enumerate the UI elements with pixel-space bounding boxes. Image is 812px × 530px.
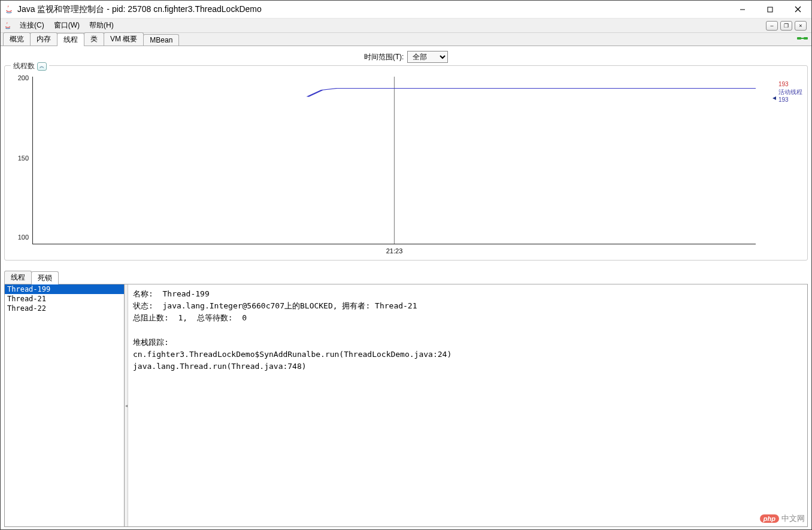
- collapse-chart-button[interactable]: ︽: [37, 62, 47, 71]
- svg-rect-6: [801, 38, 804, 39]
- y-tick-100: 100: [18, 234, 29, 241]
- tab-threads[interactable]: 线程: [57, 33, 84, 46]
- thread-item-2[interactable]: Thread-22: [5, 304, 124, 313]
- tab-memory[interactable]: 内存: [30, 32, 57, 46]
- legend-live-value: 193: [778, 96, 802, 104]
- titlebar: Java 监视和管理控制台 - pid: 25708 cn.fighter3.T…: [1, 1, 811, 19]
- subtab-deadlock[interactable]: 死锁: [31, 271, 59, 284]
- thread-item-1[interactable]: Thread-21: [5, 294, 124, 304]
- connection-status-icon: [797, 34, 808, 43]
- java-icon: [4, 5, 14, 14]
- x-tick-label: 21:23: [386, 247, 403, 255]
- thread-list[interactable]: Thread-199 Thread-21 Thread-22: [5, 284, 125, 526]
- svg-rect-5: [804, 37, 808, 40]
- main-tabs: 概览 内存 线程 类 VM 概要 MBean: [1, 33, 811, 46]
- legend-marker-icon: ◂: [772, 93, 776, 103]
- timerange-row: 时间范围(T): 全部: [4, 49, 808, 65]
- minimize-button[interactable]: [729, 1, 756, 19]
- tab-overview[interactable]: 概览: [3, 32, 31, 46]
- window-controls: [729, 1, 811, 19]
- watermark: php 中文网: [760, 513, 805, 524]
- menu-help[interactable]: 帮助(H): [84, 19, 119, 32]
- mdi-close-button[interactable]: ×: [795, 21, 807, 31]
- maximize-button[interactable]: [756, 1, 784, 19]
- tab-classes[interactable]: 类: [84, 32, 104, 46]
- chart-panel: 线程数 ︽ 200 150 100 21:23 193 活动线程 193 ◂: [4, 65, 808, 261]
- thread-item-0[interactable]: Thread-199: [5, 284, 124, 294]
- subtab-threads[interactable]: 线程: [4, 271, 32, 284]
- svg-rect-4: [797, 37, 801, 40]
- chart-legend-title: 线程数 ︽: [11, 61, 49, 71]
- legend-live-label: 活动线程: [778, 88, 802, 96]
- mdi-controls: – ❐ ×: [766, 21, 807, 31]
- timerange-select[interactable]: 全部: [407, 51, 448, 63]
- legend-peak-value: 193: [778, 80, 802, 88]
- chart-area: 200 150 100 21:23 193 活动线程 193 ◂: [8, 71, 804, 256]
- java-icon-small: [3, 21, 13, 31]
- window-title: Java 监视和管理控制台 - pid: 25708 cn.fighter3.T…: [17, 4, 729, 15]
- tab-mbean[interactable]: MBean: [143, 34, 179, 46]
- menubar: 连接(C) 窗口(W) 帮助(H) – ❐ ×: [1, 19, 811, 33]
- timerange-label: 时间范围(T):: [364, 52, 404, 62]
- chart-plot[interactable]: 21:23 193 活动线程 193 ◂: [32, 77, 756, 244]
- detail-panel: Thread-199 Thread-21 Thread-22 ◂ 名称: Thr…: [4, 284, 808, 527]
- chart-y-axis: 200 150 100: [8, 71, 32, 256]
- chart-legend: 193 活动线程 193 ◂: [778, 80, 802, 104]
- menu-window[interactable]: 窗口(W): [49, 19, 84, 32]
- thread-detail: 名称: Thread-199 状态: java.lang.Integer@566…: [128, 284, 807, 526]
- y-tick-200: 200: [18, 74, 29, 81]
- svg-rect-1: [768, 7, 772, 12]
- content-area: 时间范围(T): 全部 线程数 ︽ 200 150 100 21:23 19: [1, 46, 811, 529]
- watermark-text: 中文网: [781, 513, 805, 524]
- y-tick-150: 150: [18, 155, 29, 162]
- php-badge: php: [760, 514, 779, 523]
- menu-connect[interactable]: 连接(C): [15, 19, 49, 32]
- tab-vm[interactable]: VM 概要: [104, 32, 144, 46]
- mdi-minimize-button[interactable]: –: [766, 21, 778, 31]
- sub-tabs: 线程 死锁: [4, 272, 808, 284]
- mdi-restore-button[interactable]: ❐: [780, 21, 792, 31]
- close-button[interactable]: [784, 1, 811, 19]
